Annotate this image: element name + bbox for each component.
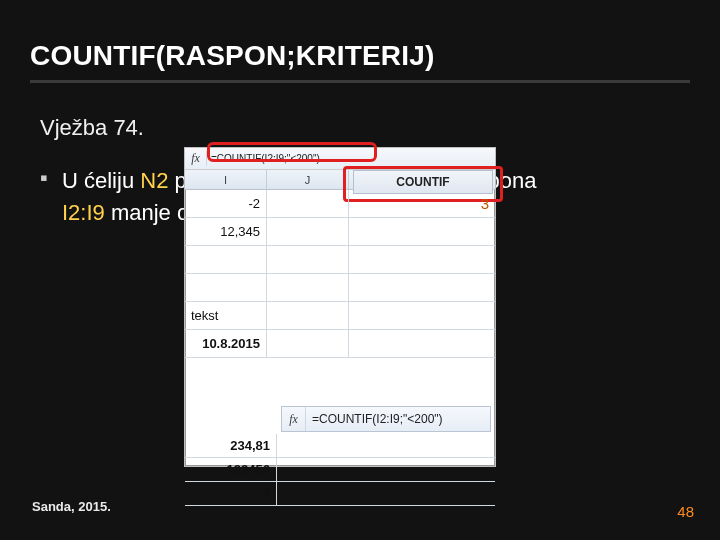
cell-n [349,302,495,329]
table-row: 12,345 [185,218,495,246]
fx-icon: fx [185,151,207,166]
title-underline [30,80,690,83]
cell-j [267,246,349,273]
excel-grid: -2 3 12,345 tekst [185,190,495,466]
lower-rows: 234,81 123456 -2 [185,434,495,506]
cell-i: -2 [185,190,267,217]
cell-j [267,274,349,301]
table-row [185,246,495,274]
formula-bar-bottom: fx =COUNTIF(I2:I9;"<200") [281,406,491,432]
cell-i [185,246,267,273]
footer-author: Sanda, 2015. [32,499,111,514]
table-row: 123456 [185,458,495,482]
cell-n-result: 3 [349,190,495,217]
col-header-j: J [267,170,349,189]
cell-j [267,218,349,245]
cell-i: tekst [185,302,267,329]
cell-j [267,190,349,217]
cell-i: 10.8.2015 [185,330,267,357]
cell-i: 12,345 [185,218,267,245]
page-number: 48 [677,503,694,520]
title-area: COUNTIF(RASPON;KRITERIJ) [0,0,720,91]
bullet-range: I2:I9 [62,200,105,225]
cell-i: 234,81 [185,434,277,457]
bullet-marker: ▪ [40,165,52,229]
table-row: -2 [185,482,495,506]
bullet-n2: N2 [140,168,168,193]
cell-i: -2 [185,482,277,505]
bullet-pre: U ćeliju [62,168,140,193]
table-row: 234,81 [185,434,495,458]
table-row: 10.8.2015 [185,330,495,358]
slide-title: COUNTIF(RASPON;KRITERIJ) [30,40,690,72]
practice-label: Vježba 74. [40,115,680,141]
cell-n [349,218,495,245]
cell-j [267,330,349,357]
cell-n [349,330,495,357]
cell-n [349,274,495,301]
table-row: tekst [185,302,495,330]
cell-j [267,302,349,329]
highlight-box-formula [207,142,377,162]
result-value: 3 [481,195,489,212]
cell-i [185,274,267,301]
slide: COUNTIF(RASPON;KRITERIJ) Vježba 74. ▪ U … [0,0,720,540]
cell-i: 123456 [185,458,277,481]
excel-screenshot: fx =COUNTIF(I2:I9;"<200") I J N COUNTIF … [184,147,496,467]
fx-formula-bottom: =COUNTIF(I2:I9;"<200") [306,412,449,426]
table-row: -2 3 [185,190,495,218]
col-header-i: I [185,170,267,189]
cell-n [349,246,495,273]
table-row [185,274,495,302]
fx-icon: fx [282,407,306,431]
